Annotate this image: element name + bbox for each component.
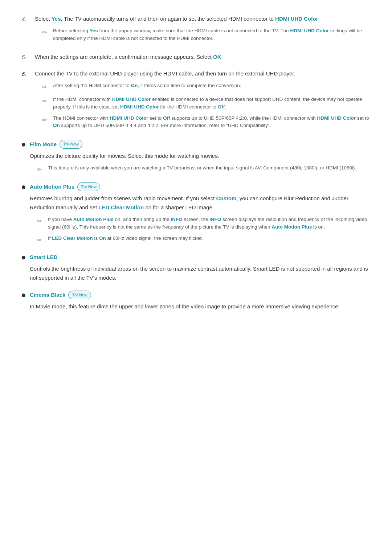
pencil-icon: ✏ — [42, 97, 50, 106]
bullet-body-text: Removes blurring and judder from scenes … — [30, 194, 370, 212]
note-text: The HDMI connector with HDMI UHD Color s… — [53, 115, 370, 130]
bullet-header: Film Mode Try Now — [22, 140, 370, 148]
step-text: Select Yes. The TV automatically turns o… — [35, 15, 370, 24]
bullet-section-auto-motion-plus: Auto Motion Plus Try Now Removes blurrin… — [22, 182, 370, 245]
inline-link: Off — [218, 104, 225, 110]
try-now-badge[interactable]: Try Now — [60, 140, 82, 148]
note-text: If the HDMI connector with HDMI UHD Colo… — [53, 96, 370, 111]
note-block: ✏ The HDMI connector with HDMI UHD Color… — [42, 115, 370, 130]
inline-link: HDMI UHD Color — [120, 104, 159, 110]
step-number: 5. — [22, 53, 35, 62]
inline-link: LED Clear Motion — [98, 204, 144, 210]
bullet-title: Cinema Black — [30, 291, 65, 299]
bullet-header: Auto Motion Plus Try Now — [22, 182, 370, 191]
note-block: ✏ If the HDMI connector with HDMI UHD Co… — [42, 96, 370, 111]
step-item: 6. Connect the TV to the external UHD pl… — [22, 69, 370, 133]
note-block: ✏ If LED Clear Motion is On at 60Hz vide… — [37, 235, 370, 245]
step-number: 4. — [22, 15, 35, 24]
note-text: Before selecting Yes from the popup wind… — [53, 27, 370, 42]
steps-container: 4. Select Yes. The TV automatically turn… — [22, 15, 370, 133]
inline-link: Auto Motion Plus — [271, 224, 312, 230]
inline-link: LED Clear Motion — [52, 235, 93, 241]
inline-link: HDMI UHD Color — [275, 16, 318, 22]
pencil-icon: ✏ — [42, 115, 50, 125]
inline-link: Yes — [90, 28, 98, 33]
inline-link: INFO — [209, 217, 221, 222]
inline-link: HDMI UHD Color — [317, 115, 356, 121]
bullet-header: Smart LED — [22, 253, 370, 262]
note-text: If LED Clear Motion is On at 60Hz video … — [48, 235, 203, 242]
inline-link: Custom — [216, 195, 237, 201]
step-number: 6. — [22, 69, 35, 78]
bullet-body: In Movie mode, this feature dims the upp… — [30, 302, 370, 311]
bullet-dot — [22, 143, 25, 147]
inline-link: INFO — [171, 217, 182, 222]
pencil-icon: ✏ — [37, 165, 45, 175]
step-text: When the settings are complete, a confir… — [35, 53, 370, 62]
bullet-section-cinema-black: Cinema Black Try Now In Movie mode, this… — [22, 291, 370, 311]
note-text: After setting the HDMI connector to On, … — [53, 82, 241, 90]
inline-link: Auto Motion Plus — [73, 217, 114, 222]
inline-link: HDMI UHD Color — [110, 115, 148, 121]
inline-link: On — [53, 123, 60, 128]
note-block: ✏ After setting the HDMI connector to On… — [42, 82, 370, 92]
pencil-icon: ✏ — [42, 28, 50, 37]
inline-link: OK — [213, 54, 221, 60]
bullet-body: Controls the brightness of individual ar… — [30, 264, 370, 283]
inline-link: Off — [163, 115, 170, 121]
pencil-icon: ✏ — [42, 83, 50, 92]
bullet-dot — [22, 256, 25, 259]
step-content: Select Yes. The TV automatically turns o… — [35, 15, 370, 46]
bullet-body-text: Optimizes the picture quality for movies… — [30, 152, 370, 161]
step-content: When the settings are complete, a confir… — [35, 53, 370, 63]
note-block: ✏ If you have Auto Motion Plus on, and t… — [37, 216, 370, 231]
bullet-title: Auto Motion Plus — [30, 182, 74, 191]
bullet-body: Removes blurring and judder from scenes … — [30, 194, 370, 245]
step-item: 5. When the settings are complete, a con… — [22, 53, 370, 63]
step-text: Connect the TV to the external UHD playe… — [35, 69, 370, 78]
bullet-section-smart-led: Smart LED Controls the brightness of ind… — [22, 253, 370, 283]
bullet-section-film-mode: Film Mode Try Now Optimizes the picture … — [22, 140, 370, 175]
note-block: ✏ Before selecting Yes from the popup wi… — [42, 27, 370, 42]
bullets-container: Film Mode Try Now Optimizes the picture … — [22, 140, 370, 311]
inline-link: HDMI UHD Color — [290, 28, 329, 33]
bullet-body-text: Controls the brightness of individual ar… — [30, 264, 370, 283]
bullet-title: Smart LED — [30, 253, 58, 262]
inline-link: Yes — [52, 16, 61, 22]
pencil-icon: ✏ — [37, 217, 45, 226]
step-content: Connect the TV to the external UHD playe… — [35, 69, 370, 133]
inline-link: On — [99, 235, 106, 241]
try-now-badge[interactable]: Try Now — [77, 182, 100, 191]
bullet-dot — [22, 185, 25, 189]
note-block: ✏ This feature is only available when yo… — [37, 164, 370, 175]
try-now-badge[interactable]: Try Now — [68, 291, 91, 299]
bullet-dot — [22, 294, 25, 297]
pencil-icon: ✏ — [37, 235, 45, 245]
inline-link: On — [131, 83, 138, 88]
bullet-body-text: In Movie mode, this feature dims the upp… — [30, 302, 370, 311]
note-text: This feature is only available when you … — [48, 164, 356, 172]
inline-link: HDMI UHD Color — [112, 97, 151, 102]
note-text: If you have Auto Motion Plus on, and the… — [48, 216, 370, 231]
step-item: 4. Select Yes. The TV automatically turn… — [22, 15, 370, 46]
bullet-body: Optimizes the picture quality for movies… — [30, 152, 370, 175]
bullet-header: Cinema Black Try Now — [22, 291, 370, 299]
bullet-title: Film Mode — [30, 140, 57, 149]
